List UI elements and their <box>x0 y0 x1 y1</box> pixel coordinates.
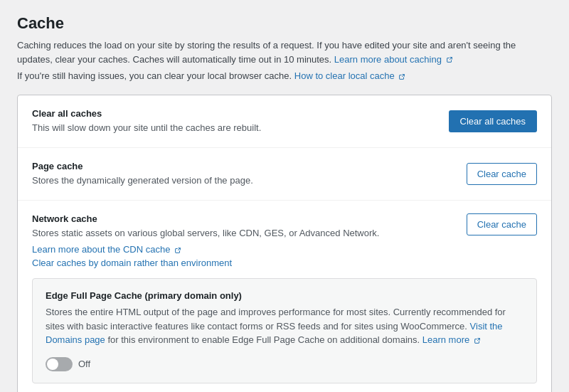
clear-all-title: Clear all caches <box>32 108 435 119</box>
edge-cache-toggle-slider <box>46 357 73 371</box>
edge-learn-more-link[interactable]: Learn more <box>422 334 481 345</box>
network-cache-description: Stores static assets on various global s… <box>32 227 452 240</box>
clear-all-button[interactable]: Clear all caches <box>449 110 538 132</box>
page-cache-description: Stores the dynamically generated version… <box>32 174 452 187</box>
clear-all-row: Clear all caches This will slow down you… <box>18 95 551 148</box>
external-link-icon-4 <box>474 337 481 344</box>
page-cache-title: Page cache <box>32 161 452 171</box>
clear-all-description: This will slow down your site until the … <box>32 122 435 134</box>
network-cache-info: Network cache Stores static assets on va… <box>32 213 467 268</box>
learn-cdn-link[interactable]: Learn more about the CDN cache <box>32 244 181 255</box>
description-2: If you're still having issues, you can c… <box>17 69 552 83</box>
edge-cache-toggle-knob <box>47 359 58 370</box>
network-cache-section: Network cache Stores static assets on va… <box>18 201 551 392</box>
edge-cache-toggle-label: Off <box>78 359 90 369</box>
edge-cache-description: Stores the entire HTML output of the pag… <box>46 305 523 347</box>
page-cache-row: Page cache Stores the dynamically genera… <box>18 148 551 201</box>
page-title: Cache <box>17 14 552 33</box>
edge-cache-toggle[interactable] <box>46 357 73 371</box>
page-cache-info: Page cache Stores the dynamically genera… <box>32 161 467 187</box>
clear-domain-link[interactable]: Clear caches by domain rather than envir… <box>32 258 232 268</box>
network-cache-clear-button[interactable]: Clear cache <box>467 213 537 235</box>
page-cache-clear-button[interactable]: Clear cache <box>467 163 537 185</box>
network-cache-header: Network cache Stores static assets on va… <box>32 213 537 268</box>
cache-card: Clear all caches This will slow down you… <box>17 95 552 393</box>
network-cache-title: Network cache <box>32 213 452 224</box>
edge-cache-toggle-wrap: Off <box>46 357 523 371</box>
external-link-icon <box>446 56 453 63</box>
description-1: Caching reduces the load on your site by… <box>17 38 552 66</box>
external-link-icon-3 <box>174 247 181 254</box>
how-to-clear-link[interactable]: How to clear local cache <box>294 70 406 81</box>
clear-all-info: Clear all caches This will slow down you… <box>32 108 449 134</box>
external-link-icon-2 <box>398 73 405 80</box>
learn-caching-link[interactable]: Learn more about caching <box>334 54 453 65</box>
edge-cache-title: Edge Full Page Cache (primary domain onl… <box>46 290 523 301</box>
edge-cache-subcard: Edge Full Page Cache (primary domain onl… <box>32 278 537 383</box>
